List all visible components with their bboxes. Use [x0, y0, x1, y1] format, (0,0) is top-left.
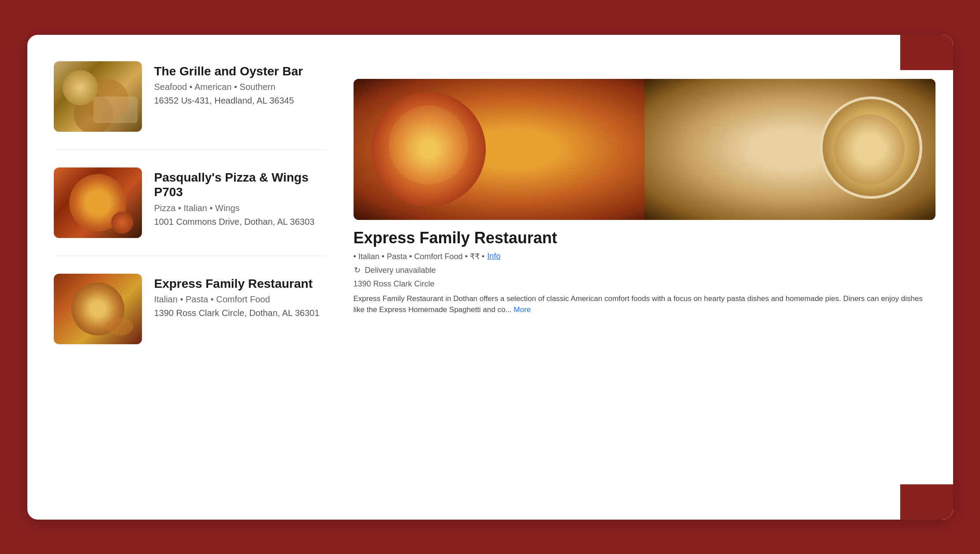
divider-1	[54, 149, 327, 150]
hero-pizza-section	[354, 79, 674, 220]
restaurant-info-express: Express Family Restaurant Italian • Past…	[154, 274, 327, 319]
detail-description: Express Family Restaurant in Dothan offe…	[354, 293, 935, 316]
detail-hero-image	[354, 79, 935, 220]
restaurant-info-grille: The Grille and Oyster Bar Seafood • Amer…	[154, 61, 327, 106]
restaurant-thumb-grille	[54, 61, 142, 132]
detail-address: 1390 Ross Clark Circle	[354, 279, 935, 289]
restaurant-address-grille: 16352 Us-431, Headland, AL 36345	[154, 96, 327, 106]
restaurant-thumb-express	[54, 274, 142, 344]
restaurant-info-pizza: Pasqually's Pizza & Wings P703 Pizza • I…	[154, 167, 327, 227]
detail-content: Express Family Restaurant • Italian • Pa…	[354, 229, 935, 316]
restaurant-cuisine-pizza: Pizza • Italian • Wings	[154, 203, 327, 213]
detail-meta-row: • Italian • Pasta • Comfort Food • ₹₹ • …	[354, 252, 935, 261]
delivery-row: ↻ Delivery unavailable	[354, 266, 935, 275]
main-card: The Grille and Oyster Bar Seafood • Amer…	[27, 35, 953, 520]
restaurant-card-express[interactable]: Express Family Restaurant Italian • Past…	[54, 274, 327, 344]
detail-restaurant-name: Express Family Restaurant	[354, 229, 935, 247]
divider-2	[54, 256, 327, 256]
restaurant-address-express: 1390 Ross Clark Circle, Dothan, AL 36301	[154, 308, 327, 318]
restaurant-card-grille[interactable]: The Grille and Oyster Bar Seafood • Amer…	[54, 61, 327, 132]
restaurant-address-pizza: 1001 Commons Drive, Dothan, AL 36303	[154, 217, 327, 227]
restaurant-name-express: Express Family Restaurant	[154, 276, 327, 291]
hero-pasta-section	[645, 79, 935, 220]
restaurant-name-pizza: Pasqually's Pizza & Wings P703	[154, 170, 327, 200]
restaurant-name-grille: The Grille and Oyster Bar	[154, 64, 327, 79]
info-link[interactable]: Info	[487, 252, 500, 261]
restaurant-cuisine-express: Italian • Pasta • Comfort Food	[154, 294, 327, 305]
refresh-icon: ↻	[354, 266, 361, 274]
description-text: Express Family Restaurant in Dothan offe…	[354, 294, 923, 314]
restaurant-cuisine-grille: Seafood • American • Southern	[154, 82, 327, 92]
restaurant-card-pizza[interactable]: Pasqually's Pizza & Wings P703 Pizza • I…	[54, 167, 327, 238]
restaurant-thumb-pizza	[54, 167, 142, 238]
delivery-text: Delivery unavailable	[365, 266, 436, 275]
detail-tags: • Italian • Pasta • Comfort Food • ₹₹ •	[354, 252, 485, 261]
more-link[interactable]: More	[514, 305, 531, 314]
detail-panel: Express Family Restaurant • Italian • Pa…	[354, 61, 935, 493]
restaurant-list: The Grille and Oyster Bar Seafood • Amer…	[54, 61, 327, 493]
